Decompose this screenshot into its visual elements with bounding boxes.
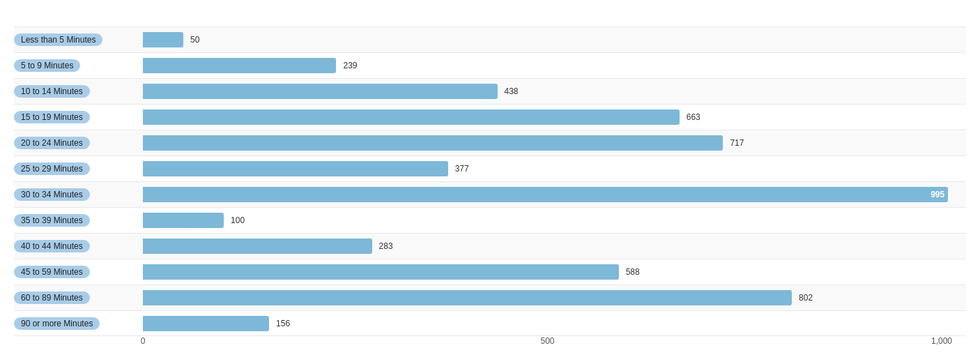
bar-container: 283 [143, 238, 966, 254]
bar-label: 25 to 29 Minutes [14, 162, 143, 175]
bar-row: 10 to 14 Minutes438 [14, 78, 966, 104]
bar-container: 100 [143, 213, 966, 228]
bar-value-label: 50 [190, 35, 199, 45]
x-axis-tick: 0 [141, 336, 146, 346]
bar [143, 161, 448, 176]
bar [143, 135, 723, 151]
bar-container: 717 [143, 135, 966, 151]
page-container: Less than 5 Minutes505 to 9 Minutes23910… [14, 14, 966, 350]
bar-row: 40 to 44 Minutes283 [14, 233, 966, 259]
bar-row: Less than 5 Minutes50 [14, 26, 966, 52]
bar-value-label: 156 [276, 319, 290, 328]
bar-container: 438 [143, 84, 966, 99]
bar [143, 238, 372, 254]
bar-container: 995 [143, 187, 966, 202]
bar-value-label: 588 [626, 267, 640, 277]
bar [143, 264, 619, 280]
bar-label: 40 to 44 Minutes [14, 240, 143, 252]
bar-label: 90 or more Minutes [14, 317, 143, 330]
bar-value-label: 663 [687, 112, 700, 122]
chart-area: Less than 5 Minutes505 to 9 Minutes23910… [14, 26, 966, 336]
bar-row: 30 to 34 Minutes995 [14, 181, 966, 207]
bar-label: 35 to 39 Minutes [14, 214, 143, 227]
bar [143, 316, 269, 331]
bar-row: 15 to 19 Minutes663 [14, 104, 966, 130]
x-axis-inner: 05001,000 [143, 336, 966, 350]
bar [143, 109, 680, 125]
bar-container: 588 [143, 264, 966, 280]
bar-value-label: 377 [455, 164, 469, 174]
bar-label: 60 to 89 Minutes [14, 291, 143, 304]
bar-row: 45 to 59 Minutes588 [14, 259, 966, 285]
bar-label: 10 to 14 Minutes [14, 85, 143, 98]
bar-value-label: 438 [505, 86, 519, 96]
bar-container: 377 [143, 161, 966, 176]
bar-value-label: 802 [799, 293, 813, 303]
bar-row: 25 to 29 Minutes377 [14, 156, 966, 181]
bar-label: 20 to 24 Minutes [14, 137, 143, 149]
bar-label: 5 to 9 Minutes [14, 59, 143, 72]
bar-value-label: 283 [379, 241, 393, 251]
bar-row: 5 to 9 Minutes239 [14, 52, 966, 78]
bar: 995 [143, 187, 948, 202]
bar-row: 90 or more Minutes156 [14, 310, 966, 336]
bar-container: 802 [143, 290, 966, 305]
bar-value-label: 717 [730, 138, 744, 148]
bar-container: 663 [143, 109, 966, 125]
bar-container: 156 [143, 316, 966, 331]
bar-label: 30 to 34 Minutes [14, 188, 143, 201]
x-axis: 05001,000 [14, 336, 966, 350]
bar-container: 50 [143, 32, 966, 47]
bar-value-label: 100 [231, 215, 245, 225]
bar-label: 45 to 59 Minutes [14, 266, 143, 278]
bar-value-label: 995 [931, 190, 944, 199]
bar-row: 20 to 24 Minutes717 [14, 130, 966, 156]
bar [143, 84, 498, 99]
bar-container: 239 [143, 58, 966, 73]
bar [143, 290, 792, 305]
bar [143, 58, 336, 73]
bar-label: Less than 5 Minutes [14, 33, 143, 46]
bar-row: 35 to 39 Minutes100 [14, 207, 966, 233]
x-axis-tick: 1,000 [931, 336, 952, 346]
bar-value-label: 239 [343, 61, 357, 70]
x-axis-tick: 500 [540, 336, 554, 346]
bar [143, 32, 183, 47]
bar [143, 213, 224, 228]
bar-row: 60 to 89 Minutes802 [14, 285, 966, 310]
bar-label: 15 to 19 Minutes [14, 111, 143, 123]
